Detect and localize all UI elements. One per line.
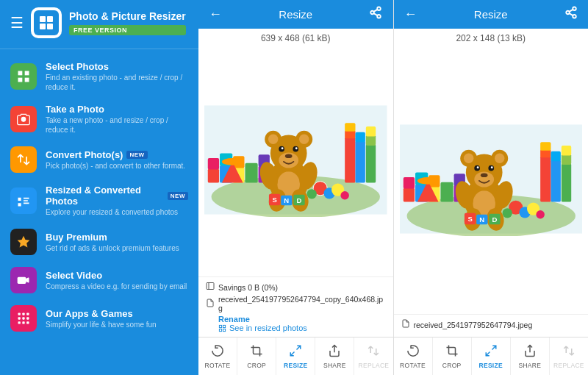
svg-rect-102 bbox=[551, 151, 560, 160]
svg-marker-10 bbox=[18, 236, 30, 248]
toolbar-resize-left[interactable]: RESIZE bbox=[276, 338, 315, 375]
right-info-area: received_2541977952647794.jpeg bbox=[394, 314, 589, 337]
left-see-resized-link[interactable]: See in resized photos bbox=[218, 324, 386, 332]
sidebar-item-video[interactable]: Select Video Compress a video e.g. for s… bbox=[0, 261, 198, 299]
apps-label: Our Apps & Games bbox=[46, 308, 157, 319]
svg-rect-34 bbox=[245, 163, 257, 183]
sidebar-item-resized[interactable]: Resized & Converted Photos NEW Explore y… bbox=[0, 179, 198, 223]
replace-right-label: REPLACE bbox=[553, 362, 584, 369]
svg-point-84 bbox=[573, 15, 576, 18]
right-back-icon[interactable]: ← bbox=[404, 7, 417, 22]
left-filename: received_2541977952647794_copy_640x468.j… bbox=[218, 295, 386, 312]
left-share-icon[interactable] bbox=[369, 6, 382, 23]
svg-rect-95 bbox=[440, 182, 453, 201]
toolbar-share-right[interactable]: SHARE bbox=[511, 338, 550, 375]
left-rename-link[interactable]: Rename bbox=[218, 315, 386, 324]
premium-label: Buy Premium bbox=[46, 232, 179, 243]
svg-point-83 bbox=[566, 11, 570, 15]
right-photo: S N D bbox=[400, 122, 583, 239]
main-content: ← Resize 639 x 468 (61 kB) bbox=[198, 0, 588, 375]
resized-icon bbox=[10, 188, 37, 214]
svg-rect-81 bbox=[223, 329, 225, 331]
svg-rect-11 bbox=[18, 277, 26, 284]
sidebar-item-take-photo[interactable]: Take a Photo Take a new photo - and resi… bbox=[0, 98, 198, 140]
svg-rect-16 bbox=[22, 317, 24, 319]
sidebar-item-select-photos[interactable]: Select Photos Find an existing photo - a… bbox=[0, 55, 198, 98]
sidebar-item-convert[interactable]: Convert Photo(s) NEW Pick photo(s) - and… bbox=[0, 140, 198, 179]
left-back-icon[interactable]: ← bbox=[209, 7, 222, 22]
replace-left-label: REPLACE bbox=[359, 362, 390, 369]
svg-point-121 bbox=[480, 173, 487, 177]
take-photo-icon bbox=[10, 106, 37, 132]
svg-rect-17 bbox=[26, 317, 29, 319]
sidebar-header: ☰ Photo & Picture Resizer FREE VERSION bbox=[0, 0, 198, 46]
right-share-icon[interactable] bbox=[564, 6, 578, 23]
share-right-label: SHARE bbox=[518, 362, 541, 369]
svg-rect-80 bbox=[219, 329, 221, 331]
resize-right-label: RESIZE bbox=[478, 362, 503, 369]
resize-left-icon bbox=[289, 344, 302, 360]
svg-point-82 bbox=[573, 7, 576, 11]
hamburger-icon[interactable]: ☰ bbox=[10, 14, 24, 32]
svg-point-61 bbox=[285, 154, 293, 158]
svg-rect-37 bbox=[345, 137, 355, 182]
right-panel-header: ← Resize bbox=[394, 0, 589, 29]
toolbar-crop-right[interactable]: CROP bbox=[433, 338, 472, 375]
convert-label: Convert Photo(s) NEW bbox=[46, 149, 185, 160]
apps-icon bbox=[10, 305, 37, 332]
crop-right-label: CROP bbox=[442, 362, 462, 369]
left-filename-row: received_2541977952647794_copy_640x468.j… bbox=[206, 295, 386, 312]
svg-rect-20 bbox=[26, 321, 29, 324]
svg-rect-6 bbox=[18, 78, 23, 82]
left-savings-text: Savings 0 B (0%) bbox=[218, 283, 278, 292]
svg-point-46 bbox=[222, 158, 243, 165]
sidebar-item-premium[interactable]: Buy Premium Get rid of ads & unlock prem… bbox=[0, 223, 198, 261]
app-icon bbox=[31, 7, 62, 38]
rotate-right-label: ROTATE bbox=[400, 362, 426, 369]
select-photos-desc: Find an existing photo - and resize / cr… bbox=[46, 73, 188, 92]
toolbar-resize-right[interactable]: RESIZE bbox=[472, 338, 511, 375]
resized-desc: Explore your resized & converted photos bbox=[46, 207, 188, 217]
left-info-area: Savings 0 B (0%) received_25419779526477… bbox=[198, 276, 393, 337]
svg-point-9 bbox=[21, 118, 26, 122]
svg-line-24 bbox=[374, 13, 378, 15]
sidebar: ☰ Photo & Picture Resizer FREE VERSION bbox=[0, 0, 198, 375]
left-savings-row: Savings 0 B (0%) bbox=[206, 282, 386, 293]
svg-rect-101 bbox=[551, 160, 560, 201]
svg-rect-4 bbox=[18, 71, 23, 76]
right-panel-title: Resize bbox=[474, 8, 508, 21]
right-image-area: 202 x 148 (13 kB) bbox=[394, 29, 589, 337]
toolbar-share-left[interactable]: SHARE bbox=[315, 338, 354, 375]
left-panel-header: ← Resize bbox=[198, 0, 393, 29]
svg-point-110 bbox=[502, 208, 512, 218]
svg-text:S: S bbox=[467, 215, 472, 223]
svg-point-21 bbox=[378, 7, 381, 11]
svg-line-136 bbox=[297, 346, 301, 349]
sidebar-item-apps[interactable]: Our Apps & Games Simplify your life & ha… bbox=[0, 299, 198, 338]
resized-new-badge: NEW bbox=[168, 192, 188, 200]
toolbar-crop-left[interactable]: CROP bbox=[237, 338, 276, 375]
svg-point-117 bbox=[463, 153, 473, 162]
panels-row: ← Resize 639 x 468 (61 kB) bbox=[198, 0, 588, 337]
crop-left-icon bbox=[250, 344, 263, 360]
share-right-icon bbox=[523, 344, 537, 360]
svg-rect-19 bbox=[22, 321, 24, 324]
convert-desc: Pick photo(s) - and convert to other for… bbox=[46, 161, 185, 171]
resize-left-label: RESIZE bbox=[284, 362, 308, 369]
svg-text:D: D bbox=[297, 196, 302, 204]
svg-point-112 bbox=[536, 210, 544, 218]
svg-rect-28 bbox=[208, 168, 219, 182]
svg-rect-3 bbox=[47, 24, 53, 29]
svg-rect-14 bbox=[26, 313, 29, 315]
crop-left-label: CROP bbox=[247, 362, 266, 369]
resized-text: Resized & Converted Photos NEW Explore y… bbox=[46, 185, 188, 217]
savings-icon bbox=[206, 282, 215, 293]
select-photos-label: Select Photos bbox=[46, 61, 188, 72]
take-photo-label: Take a Photo bbox=[46, 104, 188, 115]
svg-point-125 bbox=[490, 166, 492, 168]
toolbar-replace-right: REPLACE bbox=[550, 338, 588, 375]
toolbar-left: ROTATE CROP RESIZE SHARE bbox=[198, 338, 394, 375]
svg-line-85 bbox=[569, 13, 573, 15]
toolbar-rotate-left[interactable]: ROTATE bbox=[198, 338, 237, 375]
toolbar-rotate-right[interactable]: ROTATE bbox=[394, 338, 433, 375]
